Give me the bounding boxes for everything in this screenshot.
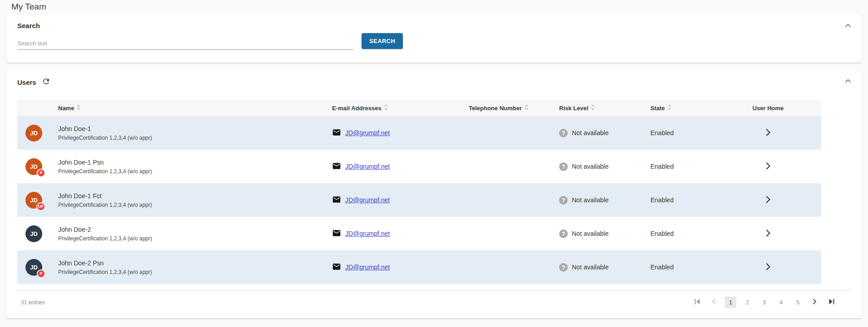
refresh-button[interactable] [42,77,50,87]
email-icon [332,161,341,172]
help-icon [559,162,568,171]
avatar: JDP [25,259,42,276]
entries-count: 31 entries [21,299,45,306]
user-subtitle: PrivilegeCertification 1,2,3,4 (w/o appr… [58,135,332,141]
search-card: Search SEARCH [6,15,862,63]
page-button-4[interactable]: 4 [775,297,787,308]
chevron-right-icon [766,162,770,171]
user-name: John Doe-2 [58,226,332,233]
user-home-button[interactable] [764,161,772,173]
state-text: Enabled [650,129,747,137]
state-text: Enabled [650,196,747,204]
email-icon [332,195,341,205]
avatar: JDP [25,158,42,175]
help-icon [559,263,568,272]
search-button[interactable]: SEARCH [362,33,403,49]
collapse-search-button[interactable] [843,20,853,31]
last-page-button[interactable] [826,297,837,308]
first-page-button[interactable] [691,297,703,308]
user-name: John Doe-1 Fct [58,192,332,200]
chevron-right-icon [766,263,770,272]
search-input[interactable] [17,36,353,50]
table-row[interactable]: JD John Doe-1PrivilegeCertification 1,2,… [17,116,821,150]
page-button-1[interactable]: 1 [725,297,736,308]
email-link[interactable]: JD@grumpf.net [345,163,390,170]
table-row[interactable]: JDUF John Doe-1 FctPrivilegeCertificatio… [17,183,821,217]
table-header-row: Name E-mail Addresses Telephone Number R… [17,100,821,116]
prev-page-button[interactable] [708,297,719,308]
users-table: Name E-mail Addresses Telephone Number R… [17,100,821,284]
skip-last-icon [828,298,835,306]
chevron-left-icon [712,298,716,306]
refresh-icon [42,77,50,87]
page-title: My Team [0,0,868,15]
user-subtitle: PrivilegeCertification 1,2,3,4 (w/o appr… [58,168,332,175]
sort-icon [525,104,528,112]
email-link[interactable]: JD@grumpf.net [345,230,390,237]
avatar-badge: P [37,269,45,278]
state-text: Enabled [650,264,747,271]
column-header-risk[interactable]: Risk Level [559,104,650,112]
risk-text: Not available [572,196,609,204]
users-card: Users Name E-mail Addresses Telephone Nu… [6,70,862,318]
risk-text: Not available [572,230,609,237]
help-icon [559,229,568,238]
pagination: 1 2 3 4 5 [691,297,837,308]
users-heading: Users [17,78,36,86]
collapse-users-button[interactable] [843,75,853,86]
column-header-email[interactable]: E-mail Addresses [332,104,469,112]
search-heading: Search [17,22,851,29]
sort-icon [591,104,595,112]
email-link[interactable]: JD@grumpf.net [345,129,390,137]
avatar: JD [25,125,42,142]
page-button-3[interactable]: 3 [759,297,770,308]
avatar-badge: UF [36,202,45,211]
user-subtitle: PrivilegeCertification 1,2,3,4 (w/o appr… [58,269,332,275]
chevron-right-icon [766,196,770,205]
email-icon [332,229,341,239]
sort-icon [77,104,80,112]
email-link[interactable]: JD@grumpf.net [345,264,390,271]
column-header-phone[interactable]: Telephone Number [469,104,559,112]
avatar: JD [25,225,42,242]
user-home-button[interactable] [764,127,772,139]
page-button-2[interactable]: 2 [742,297,753,308]
help-icon [559,129,568,137]
chevron-up-icon [845,22,851,29]
sort-icon [384,104,388,112]
chevron-right-icon [813,298,817,306]
column-header-home: User Home [747,105,821,112]
next-page-button[interactable] [809,297,820,308]
state-text: Enabled [650,163,747,170]
risk-text: Not available [572,163,609,170]
column-header-name[interactable]: Name [58,104,332,112]
help-icon [559,196,568,205]
user-home-button[interactable] [764,194,772,206]
chevron-right-icon [766,229,770,238]
user-name: John Doe-1 [58,125,332,132]
user-subtitle: PrivilegeCertification 1,2,3,4 (w/o appr… [58,202,332,208]
sort-icon [668,104,671,112]
skip-first-icon [694,298,701,306]
avatar-badge: P [37,169,45,177]
email-link[interactable]: JD@grumpf.net [345,196,390,204]
email-icon [332,128,341,138]
column-header-state[interactable]: State [650,104,747,112]
table-footer: 31 entries 1 2 3 4 5 [17,290,851,314]
page-button-5[interactable]: 5 [792,297,804,308]
table-row[interactable]: JD John Doe-2PrivilegeCertification 1,2,… [17,217,821,250]
user-name: John Doe-1 Psn [58,159,332,166]
user-home-button[interactable] [764,228,772,240]
user-name: John Doe-2 Psn [58,259,332,267]
risk-text: Not available [572,264,609,271]
state-text: Enabled [650,230,747,237]
table-row[interactable]: JDP John Doe-2 PsnPrivilegeCertification… [17,250,821,284]
risk-text: Not available [572,129,609,137]
email-icon [332,262,341,273]
user-subtitle: PrivilegeCertification 1,2,3,4 (w/o appr… [58,235,332,242]
chevron-up-icon [845,78,851,84]
avatar: JDUF [25,192,42,209]
table-row[interactable]: JDP John Doe-1 PsnPrivilegeCertification… [17,150,821,183]
chevron-right-icon [766,129,770,137]
user-home-button[interactable] [764,261,772,273]
